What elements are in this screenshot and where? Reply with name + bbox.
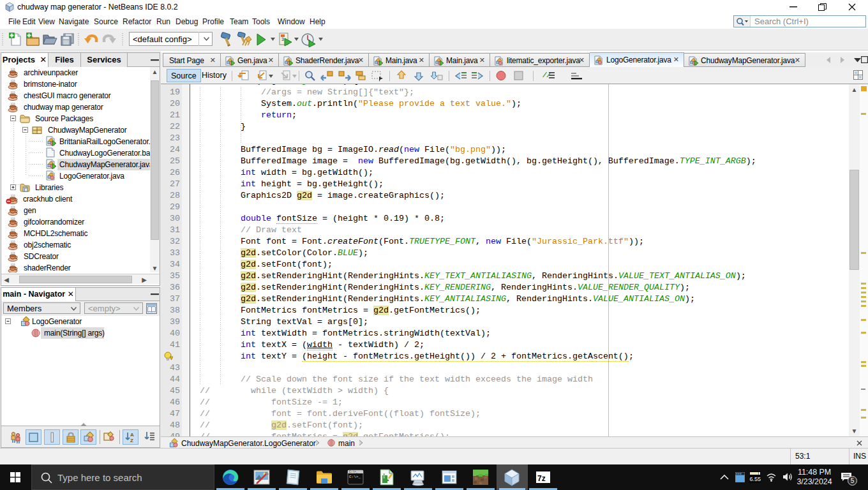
svg-text:3/23/2024: 3/23/2024 xyxy=(797,477,832,486)
svg-text:A: A xyxy=(130,432,134,438)
svg-text:6.55: 6.55 xyxy=(750,476,761,482)
svg-text:11:48 PM: 11:48 PM xyxy=(798,468,831,477)
svg-text:C:\>_: C:\>_ xyxy=(349,470,358,473)
svg-text:3: 3 xyxy=(281,37,284,41)
svg-text:Type here to search: Type here to search xyxy=(57,472,142,483)
svg-text:Z: Z xyxy=(130,438,133,443)
svg-text:7z: 7z xyxy=(537,474,546,483)
svg-text:C:\>_: C:\>_ xyxy=(349,475,361,479)
